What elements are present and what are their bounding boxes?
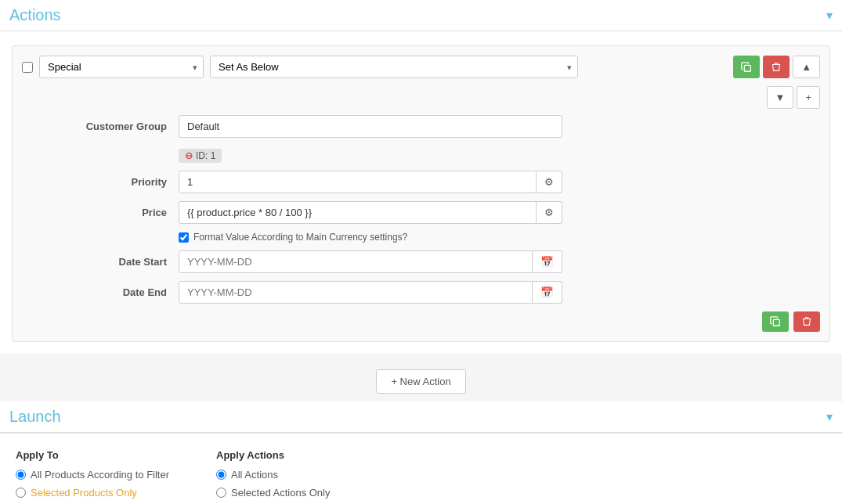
- actions-section-header: Actions ▾: [0, 0, 842, 31]
- action-checkbox[interactable]: [22, 62, 33, 73]
- all-actions-label[interactable]: All Actions: [231, 469, 278, 481]
- date-end-label: Date End: [22, 281, 179, 298]
- apply-to-heading: Apply To: [16, 449, 169, 461]
- format-value-row: Format Value According to Main Currency …: [179, 232, 820, 243]
- launch-title: Launch: [9, 408, 61, 426]
- priority-label: Priority: [22, 171, 179, 188]
- date-start-label: Date Start: [22, 250, 179, 268]
- selected-products-radio[interactable]: [16, 488, 26, 498]
- page-wrapper: Actions ▾ Special Discount Markup Fixed …: [0, 0, 842, 504]
- selected-products-option: Selected Products Only: [16, 487, 169, 499]
- price-settings-btn[interactable]: ⚙: [537, 201, 562, 224]
- selected-actions-label[interactable]: Selected Actions Only: [231, 487, 330, 499]
- svg-rect-0: [745, 65, 751, 71]
- date-end-input-wrapper: 📅: [179, 281, 562, 304]
- price-input-wrapper: {{ product.price * 80 / 100 }} ⚙: [179, 201, 562, 224]
- minus-icon[interactable]: ⊖: [185, 150, 193, 161]
- all-products-radio[interactable]: [16, 470, 26, 480]
- all-products-option: All Products According to Filter: [16, 469, 169, 481]
- actions-title: Actions: [9, 6, 61, 24]
- date-end-input[interactable]: [179, 281, 533, 304]
- top-right-btn-group: ▲: [733, 56, 820, 78]
- priority-settings-btn[interactable]: ⚙: [537, 171, 562, 193]
- price-group: Price {{ product.price * 80 / 100 }} ⚙: [22, 201, 820, 224]
- copy-bottom-button[interactable]: [762, 311, 789, 332]
- date-start-input[interactable]: [179, 250, 533, 273]
- plus-button[interactable]: +: [797, 86, 820, 109]
- delete-top-button[interactable]: [763, 56, 790, 78]
- special-select-wrapper: Special Discount Markup Fixed Price: [39, 56, 204, 78]
- copy-top-button[interactable]: [733, 56, 760, 78]
- date-end-calendar-btn[interactable]: 📅: [533, 281, 562, 304]
- launch-section-header: Launch ▾: [0, 401, 842, 433]
- date-end-group: Date End 📅: [22, 281, 820, 304]
- all-actions-option: All Actions: [216, 469, 330, 481]
- customer-group-input[interactable]: Default: [179, 115, 562, 138]
- new-action-container: + New Action: [0, 358, 842, 398]
- action-bottom-btns: [22, 311, 820, 332]
- date-start-group: Date Start 📅: [22, 250, 820, 273]
- up-button[interactable]: ▲: [793, 56, 820, 78]
- new-action-button[interactable]: + New Action: [376, 369, 465, 394]
- customer-group-group: Customer Group Default: [22, 115, 820, 138]
- apply-to-col: Apply To All Products According to Filte…: [16, 449, 169, 504]
- launch-content: Apply To All Products According to Filte…: [0, 434, 842, 504]
- date-start-input-wrapper: 📅: [179, 250, 562, 273]
- launch-collapse-icon[interactable]: ▾: [826, 409, 833, 424]
- selected-products-label[interactable]: Selected Products Only: [31, 487, 137, 499]
- apply-actions-col: Apply Actions All Actions Selected Actio…: [216, 449, 330, 504]
- customer-group-label: Customer Group: [22, 115, 179, 132]
- apply-actions-heading: Apply Actions: [216, 449, 330, 461]
- priority-input[interactable]: 1: [179, 171, 537, 193]
- priority-input-wrapper: 1 ⚙: [179, 171, 562, 193]
- action-row: Special Discount Markup Fixed Price Set …: [12, 45, 830, 342]
- price-label: Price: [22, 201, 179, 218]
- selected-actions-radio[interactable]: [216, 488, 226, 498]
- selected-actions-option: Selected Actions Only: [216, 487, 330, 499]
- down-button[interactable]: ▼: [767, 86, 794, 109]
- special-select[interactable]: Special Discount Markup Fixed Price: [39, 56, 204, 78]
- delete-bottom-button[interactable]: [793, 311, 820, 332]
- actions-content: Special Discount Markup Fixed Price Set …: [0, 31, 842, 354]
- date-start-calendar-btn[interactable]: 📅: [533, 250, 562, 273]
- id-badge-text: ID: 1: [196, 150, 215, 161]
- svg-rect-1: [773, 319, 779, 326]
- setasbelow-select[interactable]: Set As Below Set As Above Discount % Mar…: [210, 56, 578, 78]
- all-actions-radio[interactable]: [216, 470, 226, 480]
- priority-group: Priority 1 ⚙: [22, 171, 820, 193]
- action-top-row: Special Discount Markup Fixed Price Set …: [22, 56, 820, 78]
- actions-collapse-icon[interactable]: ▾: [826, 8, 833, 23]
- all-products-label[interactable]: All Products According to Filter: [31, 469, 169, 481]
- id-badge: ⊖ ID: 1: [179, 149, 222, 163]
- setasbelow-select-wrapper: Set As Below Set As Above Discount % Mar…: [210, 56, 578, 78]
- launch-section: Apply To All Products According to Filte…: [0, 433, 842, 504]
- price-input[interactable]: {{ product.price * 80 / 100 }}: [179, 201, 537, 224]
- format-value-label: Format Value According to Main Currency …: [193, 232, 407, 243]
- format-value-checkbox[interactable]: [179, 232, 189, 243]
- launch-grid: Apply To All Products According to Filte…: [16, 449, 826, 504]
